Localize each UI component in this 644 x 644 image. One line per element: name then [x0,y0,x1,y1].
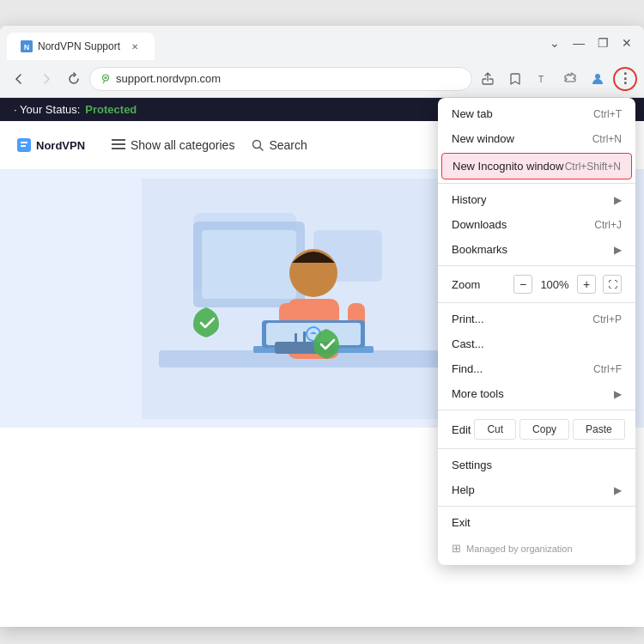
menu-item-bookmarks[interactable]: Bookmarks ▶ [438,237,635,262]
status-protected: Protected [85,103,137,116]
bookmarks-label: Bookmarks [452,243,614,256]
nav-left: NordVPN Show all categories Search [17,135,307,155]
back-button[interactable] [7,67,31,91]
url-text: support.nordvpn.com [116,72,221,85]
downloads-shortcut: Ctrl+J [594,219,622,231]
search-icon [252,139,264,151]
menu-divider-6 [438,506,635,507]
menu-item-more-tools[interactable]: More tools ▶ [438,381,635,406]
svg-rect-6 [112,139,125,141]
svg-rect-26 [303,331,306,343]
chrome-menu-button[interactable]: ⋮ [613,67,637,91]
menu-divider-4 [438,410,635,410]
menu-item-cast[interactable]: Cast... [438,331,635,356]
copy-button[interactable]: Copy [519,419,569,440]
minimize-button[interactable]: — [568,33,589,53]
menu-item-new-incognito[interactable]: New Incognito window Ctrl+Shift+N [441,153,632,179]
new-incognito-label: New Incognito window [453,160,565,173]
status-prefix: · Your Status: [14,103,80,116]
nordvpn-logo: NordVPN [17,135,94,155]
menu-item-new-tab[interactable]: New tab Ctrl+T [438,101,635,126]
bookmarks-arrow: ▶ [614,244,622,256]
exit-label: Exit [452,516,622,529]
menu-divider-3 [438,302,635,303]
forward-button[interactable] [34,67,58,91]
menu-item-print[interactable]: Print... Ctrl+P [438,307,635,331]
managed-icon: ⊞ [452,542,461,555]
zoom-fullscreen-button[interactable]: ⛶ [603,275,622,294]
menu-item-find[interactable]: Find... Ctrl+F [438,356,635,381]
maximize-button[interactable]: ❐ [592,33,613,53]
show-categories-label: Show all categories [131,138,234,152]
history-label: History [452,193,614,206]
settings-label: Settings [452,459,622,471]
menu-item-downloads[interactable]: Downloads Ctrl+J [438,212,635,237]
find-shortcut: Ctrl+F [593,363,622,375]
menu-item-exit[interactable]: Exit [438,510,635,535]
menu-divider-2 [438,265,635,266]
menu-divider-5 [438,448,635,449]
extension-icon[interactable] [558,67,582,91]
managed-text: Managed by organization [466,544,573,554]
menu-item-new-window[interactable]: New window Ctrl+N [438,126,635,151]
new-tab-label: New tab [452,107,593,120]
downloads-label: Downloads [452,218,594,231]
chrome-dropdown-menu: New tab Ctrl+T New window Ctrl+N New Inc… [438,98,635,565]
new-window-label: New window [452,132,592,145]
hamburger-icon [112,139,125,151]
svg-rect-25 [295,333,297,343]
zoom-controls: − 100% + ⛶ [513,275,622,294]
paste-button[interactable]: Paste [573,419,625,440]
share-icon[interactable] [476,67,500,91]
edit-row: Edit Cut Copy Paste [438,414,635,445]
browser-toolbar: support.nordvpn.com T ⋮ [0,60,644,98]
more-tools-label: More tools [452,387,614,400]
svg-rect-7 [112,143,125,145]
address-bar[interactable]: support.nordvpn.com [89,67,472,91]
window-controls: ⌄ — ❐ ✕ [544,33,637,53]
zoom-plus-button[interactable]: + [577,275,596,294]
zoom-value: 100% [539,278,570,291]
help-arrow: ▶ [614,484,622,496]
svg-text:NordVPN: NordVPN [36,139,85,152]
history-arrow: ▶ [614,194,622,206]
find-label: Find... [452,362,593,375]
svg-text:N: N [24,43,30,52]
profile-icon[interactable] [586,67,610,91]
browser-window: N NordVPN Support ✕ ⌄ — ❐ ✕ support.nord… [0,26,644,627]
cut-button[interactable]: Cut [474,419,516,440]
cast-label: Cast... [452,337,622,350]
tab-area: N NordVPN Support ✕ [7,26,637,60]
new-incognito-shortcut: Ctrl+Shift+N [565,161,621,173]
svg-text:T: T [538,75,544,84]
tab-favicon: N [21,40,33,52]
menu-item-zoom: Zoom − 100% + ⛶ [438,270,635,299]
more-tools-arrow: ▶ [614,388,622,400]
bookmark-icon[interactable] [503,67,527,91]
close-button[interactable]: ✕ [617,33,637,53]
refresh-button[interactable] [62,67,86,91]
menu-item-help[interactable]: Help ▶ [438,477,635,502]
print-label: Print... [452,313,592,325]
menu-footer: ⊞ Managed by organization [438,535,635,562]
svg-rect-8 [112,148,125,149]
menu-item-settings[interactable]: Settings [438,453,635,477]
print-shortcut: Ctrl+P [592,313,622,325]
tab-title: NordVPN Support [38,40,120,52]
svg-point-3 [595,74,600,79]
zoom-minus-button[interactable]: − [513,275,532,294]
title-bar: N NordVPN Support ✕ ⌄ — ❐ ✕ [0,26,644,60]
search-label: Search [269,138,307,152]
search-button[interactable]: Search [252,138,307,152]
edit-label: Edit [452,423,471,436]
chevron-icon[interactable]: ⌄ [544,33,565,53]
zoom-label: Zoom [452,278,513,291]
show-categories-button[interactable]: Show all categories [112,138,234,152]
translate-icon[interactable]: T [531,67,555,91]
menu-item-history[interactable]: History ▶ [438,187,635,212]
menu-divider-1 [438,183,635,184]
new-tab-shortcut: Ctrl+T [593,108,622,120]
tab-close-button[interactable]: ✕ [129,40,141,52]
svg-rect-15 [202,230,296,299]
browser-tab[interactable]: N NordVPN Support ✕ [7,33,155,60]
